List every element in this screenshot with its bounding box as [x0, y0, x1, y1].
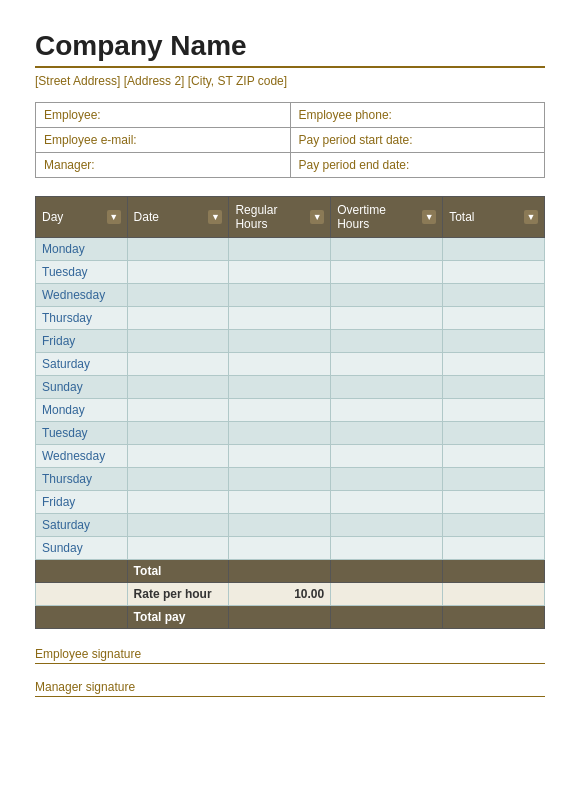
cell-date[interactable] — [127, 445, 229, 468]
total-dropdown-icon[interactable]: ▼ — [524, 210, 538, 224]
table-row[interactable]: Wednesday — [36, 284, 545, 307]
cell-day[interactable]: Wednesday — [36, 445, 128, 468]
cell-day[interactable]: Sunday — [36, 376, 128, 399]
cell-overtime-hours[interactable] — [331, 491, 443, 514]
cell-overtime-hours[interactable] — [331, 307, 443, 330]
rate-cell-4 — [443, 583, 545, 606]
date-dropdown-icon[interactable]: ▼ — [208, 210, 222, 224]
table-row[interactable]: Saturday — [36, 353, 545, 376]
cell-total[interactable] — [443, 399, 545, 422]
cell-overtime-hours[interactable] — [331, 353, 443, 376]
cell-regular-hours[interactable] — [229, 238, 331, 261]
cell-overtime-hours[interactable] — [331, 468, 443, 491]
col-header-regular-hours[interactable]: Regular Hours ▼ — [229, 197, 331, 238]
cell-day[interactable]: Monday — [36, 399, 128, 422]
cell-overtime-hours[interactable] — [331, 284, 443, 307]
col-header-day[interactable]: Day ▼ — [36, 197, 128, 238]
cell-date[interactable] — [127, 468, 229, 491]
signature-section: Employee signature Manager signature — [35, 647, 545, 697]
cell-regular-hours[interactable] — [229, 514, 331, 537]
cell-overtime-hours[interactable] — [331, 261, 443, 284]
cell-date[interactable] — [127, 238, 229, 261]
cell-day[interactable]: Wednesday — [36, 284, 128, 307]
cell-date[interactable] — [127, 399, 229, 422]
cell-regular-hours[interactable] — [229, 330, 331, 353]
cell-total[interactable] — [443, 514, 545, 537]
cell-regular-hours[interactable] — [229, 261, 331, 284]
cell-overtime-hours[interactable] — [331, 422, 443, 445]
cell-regular-hours[interactable] — [229, 422, 331, 445]
cell-overtime-hours[interactable] — [331, 238, 443, 261]
cell-date[interactable] — [127, 261, 229, 284]
rate-cell-0 — [36, 583, 128, 606]
table-row[interactable]: Friday — [36, 330, 545, 353]
cell-date[interactable] — [127, 514, 229, 537]
cell-total[interactable] — [443, 491, 545, 514]
cell-overtime-hours[interactable] — [331, 445, 443, 468]
cell-regular-hours[interactable] — [229, 399, 331, 422]
col-header-overtime-hours[interactable]: Overtime Hours ▼ — [331, 197, 443, 238]
cell-day[interactable]: Friday — [36, 491, 128, 514]
total-cell-3 — [331, 560, 443, 583]
cell-date[interactable] — [127, 376, 229, 399]
cell-total[interactable] — [443, 330, 545, 353]
cell-day[interactable]: Thursday — [36, 468, 128, 491]
table-row[interactable]: Monday — [36, 238, 545, 261]
table-row[interactable]: Thursday — [36, 468, 545, 491]
overtime-hours-dropdown-icon[interactable]: ▼ — [422, 210, 436, 224]
cell-date[interactable] — [127, 353, 229, 376]
col-header-date[interactable]: Date ▼ — [127, 197, 229, 238]
cell-day[interactable]: Monday — [36, 238, 128, 261]
cell-total[interactable] — [443, 261, 545, 284]
cell-overtime-hours[interactable] — [331, 537, 443, 560]
cell-date[interactable] — [127, 284, 229, 307]
cell-regular-hours[interactable] — [229, 468, 331, 491]
cell-day[interactable]: Thursday — [36, 307, 128, 330]
table-row[interactable]: Sunday — [36, 376, 545, 399]
table-row[interactable]: Tuesday — [36, 422, 545, 445]
manager-signature-label: Manager signature — [35, 680, 545, 694]
table-row[interactable]: Saturday — [36, 514, 545, 537]
cell-date[interactable] — [127, 537, 229, 560]
cell-day[interactable]: Sunday — [36, 537, 128, 560]
cell-day[interactable]: Friday — [36, 330, 128, 353]
cell-total[interactable] — [443, 445, 545, 468]
cell-regular-hours[interactable] — [229, 307, 331, 330]
total-pay-cell-2 — [229, 606, 331, 629]
cell-regular-hours[interactable] — [229, 445, 331, 468]
cell-regular-hours[interactable] — [229, 353, 331, 376]
cell-regular-hours[interactable] — [229, 537, 331, 560]
cell-date[interactable] — [127, 422, 229, 445]
table-row[interactable]: Friday — [36, 491, 545, 514]
cell-total[interactable] — [443, 422, 545, 445]
day-dropdown-icon[interactable]: ▼ — [107, 210, 121, 224]
cell-regular-hours[interactable] — [229, 491, 331, 514]
cell-total[interactable] — [443, 284, 545, 307]
cell-regular-hours[interactable] — [229, 376, 331, 399]
cell-total[interactable] — [443, 307, 545, 330]
cell-total[interactable] — [443, 537, 545, 560]
cell-day[interactable]: Saturday — [36, 353, 128, 376]
col-header-total[interactable]: Total ▼ — [443, 197, 545, 238]
cell-date[interactable] — [127, 307, 229, 330]
cell-overtime-hours[interactable] — [331, 330, 443, 353]
table-row[interactable]: Wednesday — [36, 445, 545, 468]
cell-total[interactable] — [443, 376, 545, 399]
cell-overtime-hours[interactable] — [331, 376, 443, 399]
cell-total[interactable] — [443, 353, 545, 376]
cell-day[interactable]: Saturday — [36, 514, 128, 537]
regular-hours-dropdown-icon[interactable]: ▼ — [310, 210, 324, 224]
cell-date[interactable] — [127, 330, 229, 353]
table-row[interactable]: Monday — [36, 399, 545, 422]
cell-regular-hours[interactable] — [229, 284, 331, 307]
cell-overtime-hours[interactable] — [331, 514, 443, 537]
cell-total[interactable] — [443, 238, 545, 261]
cell-day[interactable]: Tuesday — [36, 261, 128, 284]
cell-total[interactable] — [443, 468, 545, 491]
table-row[interactable]: Tuesday — [36, 261, 545, 284]
cell-date[interactable] — [127, 491, 229, 514]
cell-overtime-hours[interactable] — [331, 399, 443, 422]
table-row[interactable]: Thursday — [36, 307, 545, 330]
cell-day[interactable]: Tuesday — [36, 422, 128, 445]
table-row[interactable]: Sunday — [36, 537, 545, 560]
